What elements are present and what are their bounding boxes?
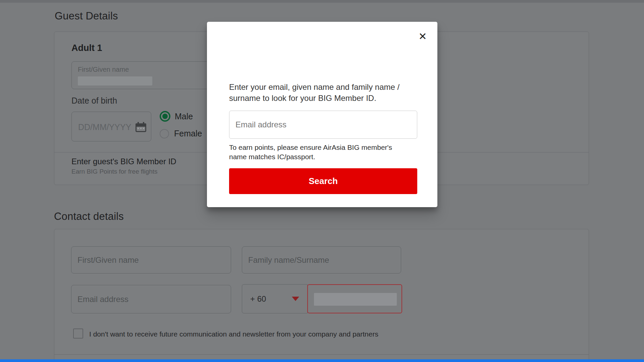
radio-male-circle[interactable] bbox=[160, 111, 170, 122]
guest-first-name-label: First/Given name bbox=[78, 66, 129, 73]
newsletter-optout-label[interactable]: I don't want to receive future communica… bbox=[89, 330, 378, 338]
radio-female[interactable]: Female bbox=[160, 129, 202, 138]
radio-female-label[interactable]: Female bbox=[174, 129, 202, 138]
big-member-search-modal: ✕ Enter your email, given name and famil… bbox=[207, 22, 437, 207]
radio-male[interactable]: Male bbox=[160, 111, 193, 122]
phone-number-input[interactable] bbox=[307, 284, 402, 313]
contact-details-title: Contact details bbox=[54, 210, 124, 223]
dob-placeholder: DD/MM/YYYY bbox=[78, 122, 131, 132]
phone-country-code-value: + 60 bbox=[250, 294, 266, 304]
modal-email-input[interactable] bbox=[229, 111, 417, 139]
chevron-down-icon bbox=[292, 297, 299, 301]
calendar-icon[interactable] bbox=[136, 122, 146, 132]
bottom-blue-bar bbox=[0, 359, 644, 362]
redacted-phone-value bbox=[314, 293, 397, 306]
dob-label: Date of birth bbox=[71, 96, 117, 106]
guest-details-title: Guest Details bbox=[55, 10, 118, 22]
phone-country-code-select[interactable]: + 60 bbox=[242, 284, 308, 313]
adult-1-heading: Adult 1 bbox=[71, 43, 102, 53]
contact-card-divider bbox=[54, 354, 589, 355]
contact-first-name-input[interactable] bbox=[71, 246, 231, 274]
big-member-id-title[interactable]: Enter guest's BIG Member ID bbox=[71, 157, 176, 166]
big-member-id-subtitle: Earn BIG Points for free flights bbox=[71, 168, 158, 175]
newsletter-optout-checkbox[interactable] bbox=[73, 328, 83, 339]
page-top-strip bbox=[0, 0, 644, 3]
dob-input[interactable]: DD/MM/YYYY bbox=[71, 112, 151, 141]
radio-female-circle[interactable] bbox=[160, 129, 169, 138]
radio-male-label[interactable]: Male bbox=[175, 112, 193, 121]
search-button[interactable]: Search bbox=[229, 168, 417, 194]
modal-instruction: Enter your email, given name and family … bbox=[229, 81, 419, 104]
close-icon[interactable]: ✕ bbox=[415, 29, 430, 44]
contact-email-input[interactable] bbox=[71, 285, 231, 313]
contact-family-name-input[interactable] bbox=[242, 246, 401, 274]
modal-helper-text: To earn points, please ensure AirAsia BI… bbox=[229, 143, 410, 162]
redacted-first-name-value bbox=[78, 76, 152, 85]
